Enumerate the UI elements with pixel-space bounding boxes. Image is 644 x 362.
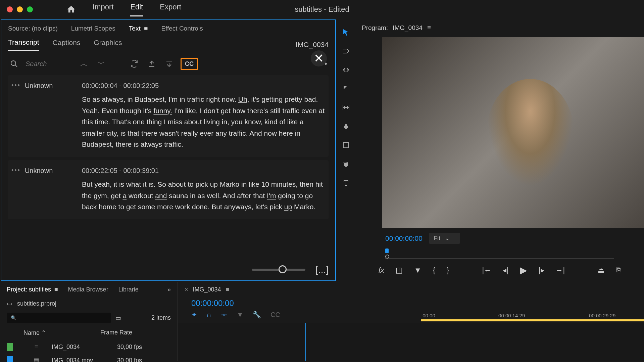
timeline-playhead[interactable] (305, 323, 306, 361)
transcript-segment[interactable]: ••• Unknown 00:00:22:05 - 00:00:39:01 Bu… (8, 160, 329, 219)
merge-down-icon[interactable] (163, 58, 175, 70)
new-bin-icon[interactable]: ▭ (115, 314, 121, 322)
tab-lumetri[interactable]: Lumetri Scopes (71, 25, 115, 32)
work-area-bar[interactable] (421, 319, 644, 321)
segment-speaker[interactable]: Unknown (25, 167, 53, 175)
project-item[interactable]: ≡ IMG_0034 30,00 fps (0, 340, 178, 354)
hand-tool-icon[interactable] (341, 159, 351, 169)
timeline-tracks[interactable] (178, 323, 644, 361)
refresh-icon[interactable] (128, 58, 140, 70)
in-point-icon[interactable]: { (433, 266, 435, 275)
program-monitor[interactable] (382, 37, 644, 228)
search-icon[interactable] (8, 58, 20, 70)
comparison-icon[interactable]: ◫ (396, 266, 403, 275)
tab-media-browser[interactable]: Media Browser (68, 286, 108, 293)
snap-icon[interactable]: ∩ (206, 311, 211, 319)
type-tool-icon[interactable] (341, 177, 351, 188)
menu-icon[interactable]: ≡ (427, 24, 431, 32)
marker-add-icon[interactable]: ▼ (237, 311, 243, 319)
next-result-icon[interactable]: ﹀ (95, 58, 107, 70)
program-timecode[interactable]: 00:00:00:00 (385, 234, 423, 242)
tab-source[interactable]: Source: (no clips) (8, 25, 58, 32)
merge-up-icon[interactable] (146, 58, 158, 70)
lift-icon[interactable]: ⏏ (598, 266, 605, 275)
tab-effect-controls[interactable]: Effect Controls (161, 25, 203, 32)
workspace-tabs: Import Edit Export (93, 3, 181, 16)
play-button[interactable]: ▶ (520, 265, 527, 276)
create-captions-button[interactable]: CC (181, 58, 198, 70)
transcript-segments: ••• Unknown 00:00:00:04 - 00:00:22:05 So… (1, 75, 335, 223)
maximize-window-button[interactable] (27, 6, 33, 12)
timeline-header: × IMG_0034 ≡ (178, 282, 644, 297)
tab-libraries[interactable]: Librarie (118, 286, 139, 293)
segment-text[interactable]: So as always, in Budapest, I'm in traffi… (82, 94, 325, 150)
tab-import[interactable]: Import (93, 3, 113, 16)
search-input[interactable] (26, 60, 72, 68)
timeline-timecode[interactable]: 00:00:00:00 (178, 297, 294, 309)
column-frame-rate[interactable]: Frame Rate (100, 329, 154, 336)
subtab-captions[interactable]: Captions (53, 39, 81, 51)
zoom-select[interactable]: Fit ⌄ (429, 233, 460, 244)
out-point-icon[interactable]: } (447, 266, 449, 275)
subtab-graphics[interactable]: Graphics (94, 39, 122, 51)
expand-button[interactable]: [...] (315, 264, 329, 275)
rectangle-tool-icon[interactable] (341, 140, 351, 150)
go-to-out-icon[interactable]: →| (556, 266, 565, 275)
sequence-name[interactable]: IMG_0034 (193, 286, 221, 293)
slip-tool-icon[interactable] (341, 102, 351, 113)
svg-point-0 (11, 61, 16, 65)
segment-speaker[interactable]: Unknown (25, 82, 53, 90)
prev-result-icon[interactable]: ︿ (78, 58, 90, 70)
timeline-ruler[interactable]: :00:00 00:00:14:29 00:00:29:29 00:00:44:… (421, 311, 644, 323)
minimize-window-button[interactable] (17, 6, 23, 12)
tab-text[interactable]: Text ≡ (129, 25, 148, 32)
tab-project[interactable]: Project: subtitles ≡ (7, 286, 58, 293)
zoom-slider[interactable] (252, 269, 305, 271)
pen-tool-icon[interactable] (341, 121, 351, 132)
go-to-in-icon[interactable]: |← (482, 266, 491, 275)
close-sequence-icon[interactable]: × (185, 286, 188, 293)
column-name[interactable]: Name ⌃ (23, 329, 100, 336)
tab-export[interactable]: Export (160, 3, 181, 16)
insert-icon[interactable]: ✦ (191, 311, 197, 319)
text-subtabs: Transcript Captions Graphics IMG_0034 (1, 32, 335, 51)
menu-icon[interactable]: ≡ (226, 286, 230, 293)
step-back-icon[interactable]: ◂| (503, 266, 508, 275)
svg-line-1 (15, 65, 17, 67)
program-ruler[interactable] (385, 248, 614, 259)
selection-tool-icon[interactable] (341, 27, 351, 38)
segment-text[interactable]: But yeah, it is what it is. So about to … (82, 179, 325, 213)
window-controls (7, 6, 33, 12)
home-button[interactable] (66, 5, 76, 14)
extract-icon[interactable]: ⎘ (616, 266, 621, 275)
project-search-input[interactable] (7, 313, 111, 323)
ripple-tool-icon[interactable] (341, 64, 351, 75)
label-color-chip[interactable] (7, 343, 13, 351)
program-pane: Program: IMG_0034 ≡ 00:00:00:00 Fit ⌄ fx… (337, 19, 644, 282)
project-panel-tabs: Project: subtitles ≡ Media Browser Libra… (0, 282, 178, 297)
item-frame-rate: 30,00 fps (117, 357, 171, 362)
subtab-transcript[interactable]: Transcript (8, 38, 39, 51)
settings-icon[interactable]: 🔧 (253, 311, 261, 319)
segment-menu-icon[interactable]: ••• (11, 82, 21, 89)
playhead-icon[interactable] (385, 248, 389, 253)
overflow-icon[interactable]: » (167, 286, 171, 293)
sequence-icon: ≡ (32, 344, 40, 350)
close-window-button[interactable] (7, 6, 13, 12)
segment-menu-icon[interactable]: ••• (11, 167, 21, 174)
razor-tool-icon[interactable] (341, 83, 351, 94)
fx-button[interactable]: fx (379, 266, 384, 275)
track-select-tool-icon[interactable] (341, 46, 351, 56)
marker-icon[interactable]: ▼ (414, 266, 422, 275)
label-color-chip[interactable] (7, 356, 13, 362)
transcript-segment[interactable]: ••• Unknown 00:00:00:04 - 00:00:22:05 So… (8, 75, 329, 157)
close-panel-button[interactable]: ✕ (311, 50, 327, 66)
items-count: 2 items (151, 314, 171, 321)
project-item[interactable]: ▦ IMG_0034.mov 30,00 fps (0, 354, 178, 362)
linked-selection-icon[interactable]: ⫘ (220, 311, 227, 319)
clip-icon: ▦ (32, 357, 40, 362)
segment-timecode: 00:00:00:04 - 00:00:22:05 (82, 82, 325, 90)
tab-edit[interactable]: Edit (130, 3, 143, 16)
cc-track-icon[interactable]: CC (270, 311, 280, 319)
step-forward-icon[interactable]: |▸ (539, 266, 544, 275)
